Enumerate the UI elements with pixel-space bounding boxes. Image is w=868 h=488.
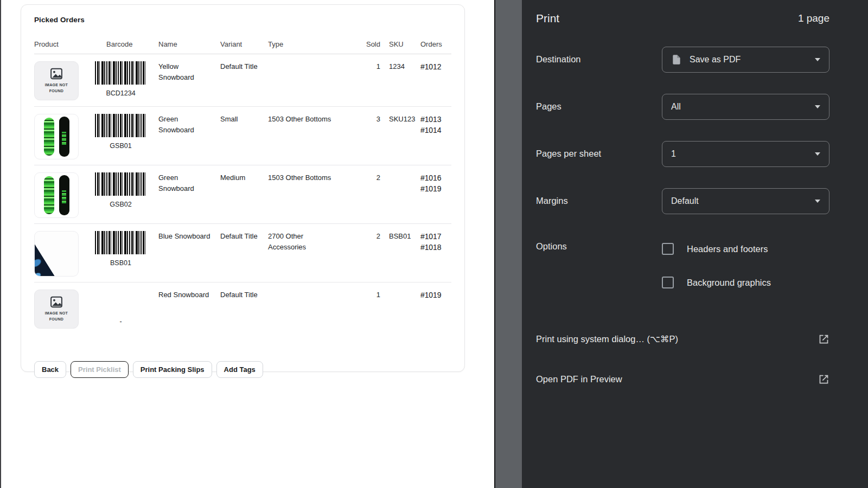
- order-number: #1013: [420, 114, 451, 125]
- type-cell: 1503 Other Bottoms: [268, 114, 350, 125]
- back-button[interactable]: Back: [34, 361, 66, 378]
- table-header-row: ProductBarcodeNameVariantTypeSoldSKUOrde…: [34, 40, 451, 54]
- sku-cell: 1234: [380, 61, 420, 72]
- print-dialog-title: Print: [536, 12, 559, 25]
- options-block: Options Headers and footersBackground gr…: [536, 232, 829, 299]
- dialog-link-label: Open PDF in Preview: [536, 374, 622, 384]
- barcode-label: BCD1234: [106, 88, 135, 99]
- dropdown-selected-value: All: [671, 102, 681, 112]
- headers-and-footers-checkbox[interactable]: [662, 243, 674, 255]
- dropdown-selected-value: Save as PDF: [690, 55, 741, 65]
- order-number: #1016: [420, 172, 451, 183]
- option-row: Background graphics: [662, 266, 771, 299]
- barcode-label: -: [119, 317, 122, 327]
- table-row: GSB01 Green Snowboard Small 1503 Other B…: [34, 107, 451, 165]
- column-header-type: Type: [268, 40, 350, 48]
- barcode-image: [95, 61, 146, 85]
- chevron-down-icon: [815, 105, 820, 108]
- barcode-label: BSB01: [110, 258, 131, 268]
- sold-cell: 1: [350, 61, 380, 72]
- setting-row-pages: PagesAll: [536, 83, 829, 130]
- column-header-orders: Orders: [420, 40, 451, 48]
- order-number: #1014: [420, 125, 451, 136]
- dialog-link-row[interactable]: Open PDF in Preview: [536, 359, 829, 399]
- add-tags-button[interactable]: Add Tags: [216, 361, 263, 378]
- name-cell: Green Snowboard: [158, 114, 220, 135]
- print-picklist-button[interactable]: Print Picklist: [71, 361, 129, 378]
- type-cell: 1503 Other Bottoms: [268, 172, 350, 183]
- product-image-cell: IMAGE NOT FOUND: [34, 61, 92, 100]
- options-list: Headers and footersBackground graphics: [662, 232, 771, 299]
- dialog-link-row[interactable]: Print using system dialog… (⌥⌘P): [536, 319, 829, 359]
- column-header-variant: Variant: [220, 40, 268, 48]
- print-settings-fields: DestinationSave as PDFPagesAllPages per …: [536, 36, 829, 224]
- orders-cell: #1017#1018: [420, 231, 451, 253]
- barcode-label: GSB01: [110, 141, 131, 151]
- setting-label: Margins: [536, 196, 662, 206]
- options-label: Options: [536, 232, 662, 299]
- background-graphics-checkbox[interactable]: [662, 277, 674, 288]
- card-title: Picked Orders: [34, 16, 451, 24]
- product-image-cell: IMAGE NOT FOUND: [34, 290, 92, 329]
- image-not-found-placeholder: IMAGE NOT FOUND: [34, 61, 79, 100]
- sold-cell: 2: [350, 172, 380, 183]
- pages-dropdown[interactable]: All: [662, 94, 829, 120]
- setting-row-margins: MarginsDefault: [536, 177, 829, 224]
- picked-orders-card: Picked Orders ProductBarcodeNameVariantT…: [21, 4, 465, 372]
- chevron-down-icon: [815, 200, 820, 203]
- print-dialog: Print 1 page DestinationSave as PDFPages…: [522, 0, 868, 488]
- margins-dropdown[interactable]: Default: [662, 188, 829, 214]
- orders-cell: #1012: [420, 61, 451, 72]
- order-number: #1017: [420, 231, 451, 242]
- image-not-found-placeholder: IMAGE NOT FOUND: [34, 290, 79, 329]
- chevron-down-icon: [815, 152, 820, 156]
- orders-cell: #1016#1019: [420, 172, 451, 195]
- print-preview-screen: Picked Orders ProductBarcodeNameVariantT…: [0, 0, 868, 488]
- order-number: #1019: [420, 183, 451, 194]
- table-row: IMAGE NOT FOUND - Red Snowboard Default …: [34, 282, 451, 347]
- blue-snowboard-image: [34, 231, 79, 277]
- image-not-found-icon: [49, 296, 63, 308]
- sold-cell: 2: [350, 231, 380, 242]
- image-not-found-label: IMAGE NOT FOUND: [40, 82, 73, 94]
- dialog-link-label: Print using system dialog… (⌥⌘P): [536, 334, 678, 344]
- open-in-new-icon: [818, 374, 829, 385]
- option-row: Headers and footers: [662, 232, 771, 266]
- sku-cell: BSB01: [380, 231, 420, 242]
- barcode-cell: GSB02: [92, 172, 158, 210]
- page-preview-area: Picked Orders ProductBarcodeNameVariantT…: [0, 0, 494, 488]
- pages-per-sheet-dropdown[interactable]: 1: [662, 141, 829, 167]
- barcode-cell: -: [92, 290, 158, 327]
- type-cell: 2700 Other Accessories: [268, 231, 350, 252]
- page-count: 1 page: [798, 12, 829, 24]
- setting-label: Pages per sheet: [536, 149, 662, 159]
- image-not-found-icon: [49, 68, 63, 80]
- variant-cell: Medium: [220, 172, 268, 183]
- setting-label: Pages: [536, 101, 662, 112]
- print-packing-slips-button[interactable]: Print Packing Slips: [133, 361, 212, 378]
- name-cell: Red Snowboard: [158, 290, 220, 300]
- sold-cell: 3: [350, 114, 380, 125]
- setting-row-pages-per-sheet: Pages per sheet1: [536, 130, 829, 177]
- variant-cell: Default Title: [220, 231, 268, 242]
- print-dialog-header: Print 1 page: [536, 0, 829, 36]
- option-label: Background graphics: [687, 278, 771, 288]
- barcode-cell: GSB01: [92, 114, 158, 151]
- table-row: BSB01 Blue Snowboard Default Title 2700 …: [34, 224, 451, 282]
- barcode-cell: BCD1234: [92, 61, 158, 99]
- dropdown-selected-value: Default: [671, 196, 699, 206]
- table-row: GSB02 Green Snowboard Medium 1503 Other …: [34, 165, 451, 224]
- barcode-label: GSB02: [110, 200, 131, 210]
- product-image-cell: [34, 114, 92, 159]
- order-number: #1012: [420, 61, 451, 72]
- destination-dropdown[interactable]: Save as PDF: [662, 47, 829, 73]
- name-cell: Blue Snowboard: [158, 231, 220, 242]
- orders-cell: #1013#1014: [420, 114, 451, 136]
- chevron-down-icon: [815, 58, 820, 61]
- barcode-image: [95, 172, 146, 196]
- orders-cell: #1019: [420, 290, 451, 300]
- dialog-links: Print using system dialog… (⌥⌘P)Open PDF…: [536, 319, 829, 399]
- green-snowboard-image: [34, 114, 79, 159]
- barcode-image: [95, 231, 146, 254]
- barcode-image: [95, 114, 146, 137]
